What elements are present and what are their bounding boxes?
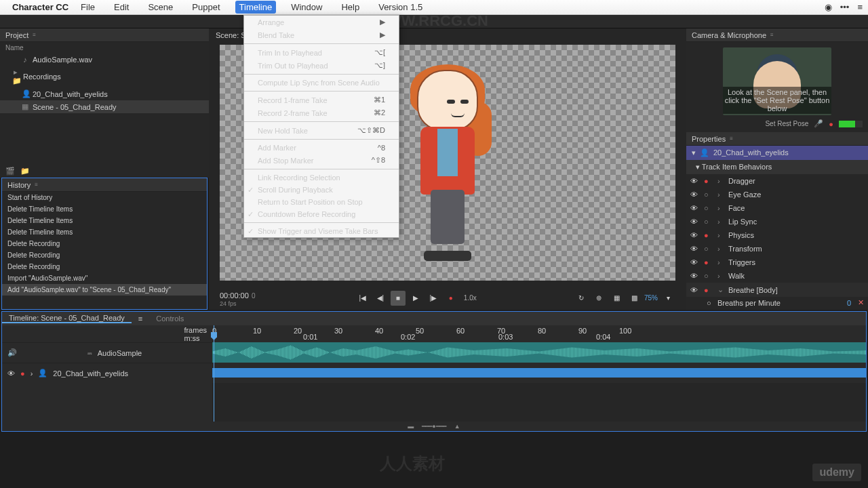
more-icon[interactable]: ••• bbox=[840, 2, 850, 12]
speaker-icon[interactable]: 🔊 bbox=[7, 348, 17, 357]
zoom-dropdown-icon[interactable]: ▾ bbox=[660, 291, 675, 306]
menu-item[interactable]: Compute Lip Sync from Scene Audio bbox=[244, 77, 399, 89]
timeline-ruler[interactable]: 01020304050607080901000:010:020:030:04 bbox=[212, 325, 866, 342]
mic-icon[interactable]: 🎤 bbox=[814, 119, 823, 128]
menu-help[interactable]: Help bbox=[337, 1, 363, 14]
clapboard-icon[interactable]: 🎬 bbox=[5, 167, 15, 176]
menu-item[interactable]: ✓Scroll During Playback bbox=[244, 184, 399, 196]
menu-item[interactable]: Trim In to Playhead⌥[ bbox=[244, 46, 399, 59]
menu-item[interactable]: Arrange▶ bbox=[244, 16, 399, 28]
history-item[interactable]: Import "AudioSample.wav" bbox=[2, 272, 207, 284]
behavior-row[interactable]: 👁●⌄Breathe [Body] bbox=[686, 283, 868, 297]
timecode[interactable]: 00:00:00 bbox=[220, 291, 249, 300]
character-puppet[interactable] bbox=[400, 64, 495, 261]
next-frame-button[interactable]: |▶ bbox=[426, 291, 441, 306]
zoom-out-icon[interactable]: ▬ bbox=[408, 423, 414, 430]
history-item[interactable]: Add "AudioSample.wav" to "Scene - 05_Cha… bbox=[2, 284, 207, 296]
behavior-row[interactable]: 👁○›Walk bbox=[686, 269, 868, 283]
property-row[interactable]: ○Breaths per Minute0✕ bbox=[686, 297, 868, 308]
panel-menu-icon[interactable]: ≡ bbox=[770, 32, 774, 38]
history-item[interactable]: Delete Recording bbox=[2, 249, 207, 261]
behavior-row[interactable]: 👁○›Eye Gaze bbox=[686, 188, 868, 201]
cc-icon[interactable]: ◉ bbox=[825, 2, 832, 12]
project-item[interactable]: 👤20_Chad_with_eyelids bbox=[0, 87, 209, 100]
eye-icon[interactable]: 👁 bbox=[690, 190, 700, 199]
project-item[interactable]: ♪AudioSample.wav bbox=[0, 54, 209, 66]
arm-icon[interactable]: ● bbox=[704, 258, 713, 266]
menu-item[interactable]: Record 1-frame Take⌘1 bbox=[244, 94, 399, 106]
playback-speed[interactable]: 1.0x bbox=[461, 294, 479, 302]
arm-icon[interactable]: ○ bbox=[704, 204, 713, 212]
menu-item[interactable]: New Hold Take⌥⇧⌘D bbox=[244, 124, 399, 137]
eye-icon[interactable]: 👁 bbox=[690, 177, 700, 185]
arm-icon[interactable]: ● bbox=[704, 231, 713, 239]
behavior-row[interactable]: 👁●›Physics bbox=[686, 228, 868, 242]
eye-icon[interactable]: 👁 bbox=[7, 369, 15, 378]
menu-item[interactable]: ✓Show Trigger and Viseme Take Bars bbox=[244, 225, 399, 237]
controls-tab[interactable]: Controls bbox=[149, 314, 191, 323]
arm-icon[interactable]: ● bbox=[704, 286, 713, 294]
eye-icon[interactable]: 👁 bbox=[690, 231, 700, 239]
grid-icon[interactable]: ▩ bbox=[627, 291, 642, 306]
chevron-icon[interactable]: › bbox=[717, 245, 724, 253]
globe-icon[interactable]: ⊕ bbox=[591, 291, 606, 306]
char-track-name[interactable]: 20_Chad_with_eyelids bbox=[53, 369, 128, 378]
project-item[interactable]: ▦Scene - 05_Chad_Ready bbox=[0, 100, 209, 113]
menu-item[interactable]: Return to Start Position on Stop bbox=[244, 196, 399, 208]
panel-menu-icon[interactable]: ≡ bbox=[138, 314, 142, 323]
property-row[interactable]: ○Max Scale150 % bbox=[686, 308, 868, 310]
chevron-icon[interactable]: › bbox=[717, 204, 724, 212]
list-icon[interactable]: ≡ bbox=[857, 2, 863, 12]
menu-file[interactable]: File bbox=[77, 1, 99, 14]
prev-frame-button[interactable]: ◀| bbox=[373, 291, 388, 306]
chevron-icon[interactable]: ⌄ bbox=[717, 285, 724, 294]
camera-preview[interactable]: Look at the Scene panel, thenclick the "… bbox=[723, 47, 831, 115]
character-clip[interactable] bbox=[212, 368, 866, 378]
history-item[interactable]: Delete Timeline Items bbox=[2, 215, 207, 226]
menu-item[interactable]: Link Recording Selection bbox=[244, 171, 399, 184]
play-button[interactable]: ▶ bbox=[408, 291, 423, 306]
arm-icon[interactable]: ○ bbox=[704, 218, 713, 226]
set-rest-pose-button[interactable]: Set Rest Pose bbox=[765, 120, 808, 127]
behavior-row[interactable]: 👁●›Triggers bbox=[686, 256, 868, 269]
chevron-icon[interactable]: › bbox=[717, 190, 724, 199]
panel-menu-icon[interactable]: ≡ bbox=[730, 136, 733, 142]
history-item[interactable]: Delete Timeline Items bbox=[2, 226, 207, 238]
loop-icon[interactable]: ↻ bbox=[574, 291, 589, 306]
folder-icon[interactable]: 📁 bbox=[20, 167, 30, 176]
record-button[interactable]: ● bbox=[443, 291, 458, 306]
history-item[interactable]: Delete Timeline Items bbox=[2, 203, 207, 215]
chevron-icon[interactable]: › bbox=[717, 231, 724, 239]
chevron-icon[interactable]: › bbox=[717, 258, 724, 266]
menu-item[interactable]: Trim Out to Playhead⌥] bbox=[244, 59, 399, 72]
history-item[interactable]: Start of History bbox=[2, 192, 207, 203]
eye-icon[interactable]: 👁 bbox=[690, 272, 700, 280]
panel-menu-icon[interactable]: ≡ bbox=[33, 32, 36, 38]
eye-icon[interactable]: 👁 bbox=[690, 258, 700, 266]
chevron-icon[interactable]: › bbox=[717, 177, 724, 185]
menu-item[interactable]: ✓Countdown Before Recording bbox=[244, 208, 399, 220]
chevron-down-icon[interactable]: ▾ bbox=[692, 148, 696, 157]
eye-icon[interactable]: 👁 bbox=[690, 245, 700, 253]
history-item[interactable]: Delete Recording bbox=[2, 238, 207, 249]
arm-icon[interactable]: ● bbox=[704, 177, 713, 185]
panel-menu-icon[interactable]: ≡ bbox=[35, 182, 38, 188]
menu-edit[interactable]: Edit bbox=[110, 1, 133, 14]
zoom-level[interactable]: 75% bbox=[644, 294, 658, 302]
audio-track-name[interactable]: AudioSample bbox=[98, 349, 142, 357]
arm-icon[interactable]: ● bbox=[20, 369, 25, 378]
stop-button[interactable]: ■ bbox=[391, 291, 406, 306]
arm-icon[interactable]: ○ bbox=[704, 245, 713, 253]
menu-item[interactable]: Add Marker^8 bbox=[244, 142, 399, 154]
behavior-row[interactable]: 👁○›Face bbox=[686, 201, 868, 215]
menu-item[interactable]: Record 2-frame Take⌘2 bbox=[244, 106, 399, 119]
menu-item[interactable]: Add Stop Marker^⇧8 bbox=[244, 154, 399, 167]
goto-start-button[interactable]: |◀ bbox=[355, 291, 370, 306]
chevron-right-icon[interactable]: › bbox=[31, 369, 33, 378]
menu-timeline[interactable]: Timeline bbox=[235, 1, 277, 14]
menu-item[interactable]: Blend Take▶ bbox=[244, 28, 399, 41]
eye-icon[interactable]: 👁 bbox=[690, 204, 700, 212]
menu-puppet[interactable]: Puppet bbox=[188, 1, 224, 14]
reset-icon[interactable]: ✕ bbox=[858, 298, 864, 307]
audio-clip[interactable] bbox=[212, 342, 866, 363]
